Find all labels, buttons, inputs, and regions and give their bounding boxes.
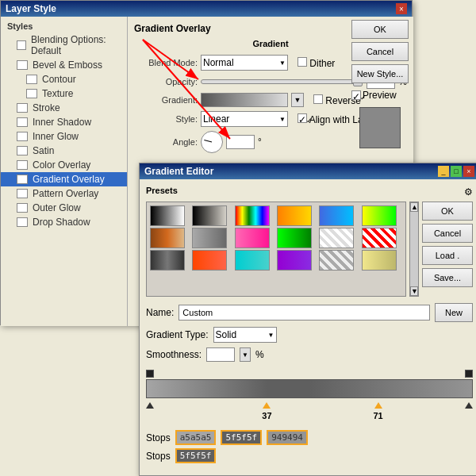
scroll-down-btn[interactable]: ▼	[410, 286, 418, 296]
preset-green[interactable]	[277, 228, 312, 248]
smoothness-unit: %	[255, 349, 264, 360]
gradient-preview[interactable]	[201, 93, 288, 107]
color-stops-row	[146, 398, 473, 409]
angle-input[interactable]: -76	[226, 135, 255, 149]
dither-checkbox[interactable]	[298, 57, 307, 67]
opacity-slider[interactable]	[201, 79, 363, 84]
outer-glow-checkbox[interactable]	[17, 203, 28, 213]
stop-color-a5a5a5[interactable]: a5a5a5	[175, 430, 217, 445]
sidebar-item-color-overlay[interactable]: Color Overlay	[1, 158, 127, 172]
name-input[interactable]	[178, 305, 430, 321]
drop-shadow-checkbox[interactable]	[17, 217, 28, 227]
ge-new-button[interactable]: New	[435, 303, 473, 322]
sidebar-item-inner-glow[interactable]: Inner Glow	[1, 129, 127, 144]
presets-box	[146, 202, 406, 297]
ge-save-button[interactable]: Save...	[422, 268, 473, 287]
gradient-type-dropdown[interactable]: Solid ▼	[213, 327, 277, 343]
stroke-checkbox[interactable]	[17, 103, 28, 113]
ge-cancel-button[interactable]: Cancel	[422, 224, 473, 243]
gradient-dropdown-btn[interactable]: ▼	[291, 93, 304, 107]
presets-label: Presets	[146, 186, 178, 195]
opacity-stop-left[interactable]	[146, 370, 154, 378]
gradient-bar[interactable]	[146, 379, 473, 398]
minimize-button[interactable]: _	[438, 166, 449, 177]
presets-settings-icon[interactable]: ⚙	[464, 186, 473, 198]
ge-action-buttons: OK Cancel Load . Save...	[422, 202, 473, 297]
style-dropdown[interactable]: Linear ▼	[201, 111, 288, 127]
layer-style-close-button[interactable]: ×	[396, 3, 407, 14]
name-row: Name: New	[146, 303, 473, 322]
preset-spectrum[interactable]	[235, 205, 270, 226]
preset-grid[interactable]	[319, 250, 354, 271]
sidebar-item-pattern-overlay[interactable]: Pattern Overlay	[1, 186, 127, 201]
preset-tomato[interactable]	[192, 250, 227, 271]
preset-brown[interactable]	[150, 228, 185, 248]
stop-color-949494[interactable]: 949494	[267, 430, 308, 445]
stop-color-5f5f5f-2[interactable]: 5f5f5f	[175, 448, 217, 463]
smoothness-input[interactable]: 100	[206, 347, 235, 362]
angle-deg: °	[258, 136, 262, 148]
ge-load-button[interactable]: Load .	[422, 246, 473, 265]
preset-violet[interactable]	[277, 250, 312, 271]
sidebar-item-blending[interactable]: Blending Options: Default	[1, 33, 127, 58]
maximize-button[interactable]: □	[451, 166, 462, 177]
blend-mode-dropdown[interactable]: Normal ▼	[201, 55, 288, 71]
sidebar-item-inner-shadow[interactable]: Inner Shadow	[1, 115, 127, 129]
sidebar-item-outer-glow[interactable]: Outer Glow	[1, 201, 127, 215]
color-overlay-checkbox[interactable]	[17, 160, 28, 170]
color-stop-100[interactable]	[465, 402, 473, 409]
gradient-editor-close-button[interactable]: ×	[463, 166, 474, 177]
stop-position-labels: 37 71	[146, 411, 473, 427]
sidebar-item-contour[interactable]: Contour	[1, 72, 127, 86]
smoothness-row: Smoothness: 100 ▼ %	[146, 347, 473, 362]
color-stop-71[interactable]	[374, 402, 382, 409]
gradient-type-label: Gradient Type:	[146, 329, 209, 340]
color-stop-0[interactable]	[146, 402, 154, 409]
preset-bw[interactable]	[150, 205, 185, 226]
preview-checkbox[interactable]: ✓	[351, 90, 361, 100]
preset-ygr[interactable]	[362, 205, 397, 226]
preset-silver[interactable]	[192, 228, 227, 248]
contour-checkbox[interactable]	[26, 75, 37, 84]
cancel-button[interactable]: Cancel	[351, 42, 409, 61]
angle-dial[interactable]	[201, 131, 223, 153]
gradient-editor-window-controls: _ □ ×	[438, 166, 474, 177]
ok-button[interactable]: OK	[351, 20, 409, 39]
preset-checker[interactable]	[319, 228, 354, 248]
gradient-editor-window: Gradient Editor _ □ × Presets ⚙	[139, 163, 476, 476]
inner-glow-checkbox[interactable]	[17, 132, 28, 141]
gradient-editor-titlebar: Gradient Editor _ □ ×	[140, 163, 476, 179]
sidebar-item-gradient-overlay[interactable]: Gradient Overlay	[1, 172, 127, 186]
preset-orange[interactable]	[277, 205, 312, 226]
inner-shadow-checkbox[interactable]	[17, 117, 28, 127]
align-layer-checkbox[interactable]: ✓	[298, 113, 307, 123]
new-style-button[interactable]: New Style...	[351, 64, 409, 83]
preset-dark[interactable]	[150, 250, 185, 271]
smoothness-stepper[interactable]: ▼	[240, 347, 251, 362]
preset-stripe[interactable]	[362, 228, 397, 248]
sidebar-item-texture[interactable]: Texture	[1, 86, 127, 101]
layer-style-titlebar: Layer Style ×	[1, 1, 412, 17]
gradient-overlay-checkbox[interactable]	[17, 175, 28, 184]
opacity-stop-right[interactable]	[465, 370, 473, 378]
blending-checkbox[interactable]	[17, 40, 26, 50]
satin-checkbox[interactable]	[17, 146, 28, 155]
preset-blue[interactable]	[319, 205, 354, 226]
sidebar-item-stroke[interactable]: Stroke	[1, 101, 127, 115]
preset-khaki[interactable]	[362, 250, 397, 271]
sidebar-item-drop-shadow[interactable]: Drop Shadow	[1, 215, 127, 229]
stop-color-5f5f5f-1[interactable]: 5f5f5f	[221, 430, 262, 445]
pattern-overlay-checkbox[interactable]	[17, 189, 28, 198]
reverse-checkbox[interactable]	[313, 94, 323, 104]
sidebar-item-satin[interactable]: Satin	[1, 144, 127, 158]
preset-bt[interactable]	[192, 205, 227, 226]
bevel-checkbox[interactable]	[17, 60, 28, 70]
sidebar-item-bevel[interactable]: Bevel & Emboss	[1, 58, 127, 72]
color-stop-37[interactable]	[263, 402, 271, 409]
scroll-up-btn[interactable]: ▲	[410, 202, 418, 212]
texture-checkbox[interactable]	[26, 89, 37, 98]
preset-pink[interactable]	[235, 228, 270, 248]
stops-bottom-label: Stops	[146, 451, 171, 462]
ge-ok-button[interactable]: OK	[422, 202, 473, 221]
preset-teal[interactable]	[235, 250, 270, 271]
